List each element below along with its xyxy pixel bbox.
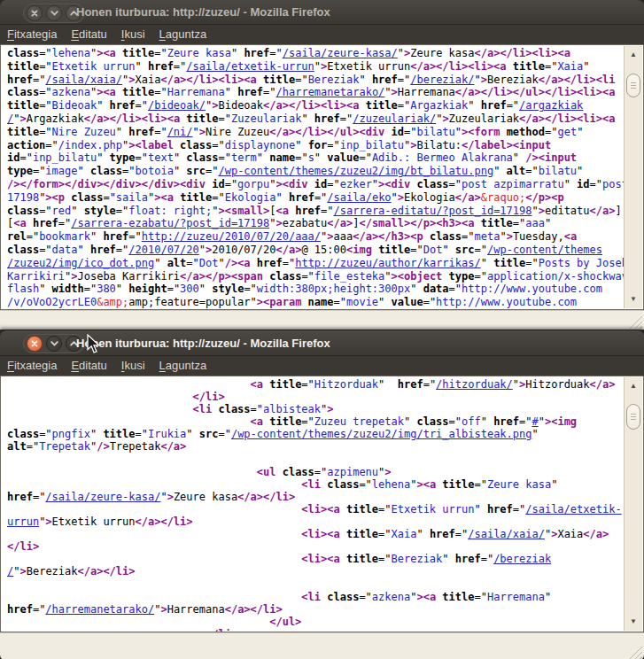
vertical-scrollbar[interactable]: ▲ ▼	[624, 377, 642, 631]
source-code-line: /v/oVoO2ycrLE0&amp;amp;feature=popular">…	[7, 296, 643, 309]
source-code-line: flash" width="380" height="300" style="w…	[7, 283, 643, 296]
source-code-line: class="pngfix" title="Irukia" src="/wp-c…	[7, 428, 643, 440]
scrollbar-thumb[interactable]	[626, 74, 640, 97]
menu-fitxategia[interactable]: Fitxategia	[0, 25, 64, 44]
source-code: class="lehena"><a title="Zeure kasa" hre…	[1, 45, 643, 309]
source-code-line: </li>	[7, 540, 643, 553]
source-code-line: title="Bideoak" href="/bideoak/">Bideoak…	[7, 99, 643, 112]
source-code-line: id="inp_bilatu" type="text" class="term"…	[7, 151, 643, 165]
source-code-line: href="/saila/zeure-kasa/">Zeure kasa</a>…	[7, 491, 643, 503]
menu-editatu[interactable]: Editatu	[64, 356, 113, 376]
status-bar	[0, 632, 644, 659]
source-code-line: <li><a title="Xaia" href="/saila/xaia/">…	[7, 528, 643, 540]
source-view: class="lehena"><a title="Zeure kasa" hre…	[0, 44, 644, 310]
menubar: FitxategiaEditatuIkusiLaguntza	[0, 356, 644, 376]
source-code-line: href="/harremanetarako/">Harremana</a></…	[7, 603, 643, 616]
mouse-cursor	[86, 334, 100, 355]
source-code-line: </ul>	[7, 616, 643, 628]
source-code-line: <li><a title="Bereziak" href="/bereziak	[7, 553, 643, 565]
close-icon	[31, 340, 38, 347]
source-code-line: /">Bereziak</a></li>	[7, 565, 643, 578]
source-code-line: alt="Trepetak"/>Trepetak</a>	[7, 440, 643, 453]
menu-editatu[interactable]: Editatu	[64, 25, 113, 44]
source-code-line: /">Argazkiak</a></li><li><a title="Zuzeu…	[7, 112, 643, 126]
source-code-line: href="/saila/xaia/">Xaia</a></li><li><a …	[7, 74, 643, 87]
resize-grip[interactable]	[629, 315, 642, 329]
window-view-source-top: Honen iturburua: http://zuzeu/ - Mozilla…	[0, 0, 644, 330]
source-code-line: <li><a title="Etxetik urrun" href="/sail…	[7, 503, 643, 516]
menu-laguntza[interactable]: Laguntza	[152, 25, 214, 44]
source-code: <a title="Hitzorduak" href="/hitzorduak/…	[1, 376, 643, 632]
source-code-line: </li>	[7, 391, 643, 403]
menubar: FitxategiaEditatuIkusiLaguntza	[0, 25, 644, 44]
menu-ikusi[interactable]: Ikusi	[114, 25, 152, 44]
source-code-line	[7, 578, 643, 591]
source-code-line: class="azkena"><a title="Harremana" href…	[7, 86, 643, 99]
menu-laguntza[interactable]: Laguntza	[152, 356, 214, 376]
scroll-down-icon[interactable]: ▼	[625, 294, 642, 305]
source-code-line: title="Nire Zuzeu" href="/ni/">Nire Zuze…	[7, 126, 643, 139]
source-code-line: class="data" href="/2010/07/20">2010/07/…	[7, 244, 643, 257]
source-code-line: 17198"><p class="saila"><a title="Ekolog…	[7, 191, 643, 205]
close-icon	[31, 10, 38, 17]
source-code-line: action="/index.php"><label class="displa…	[7, 139, 643, 152]
close-button[interactable]	[27, 336, 43, 352]
source-code-line: rel="bookmark" href="http://zuzeu/2010/0…	[7, 230, 643, 244]
resize-grip[interactable]	[629, 646, 642, 659]
source-code-line: <li class="albisteak">	[7, 403, 643, 415]
menu-ikusi[interactable]: Ikusi	[114, 356, 152, 376]
window-title: Honen iturburua: http://zuzeu/ - Mozilla…	[76, 0, 330, 24]
scroll-up-icon[interactable]: ▲	[625, 381, 642, 392]
source-code-line: /></form></div></div></div><div id="gorp…	[7, 178, 643, 191]
source-code-line: <ul class="azpimenu">	[7, 466, 643, 478]
source-code-line: [<a href="/sarrera-ezabatu/?post_id=1719…	[7, 217, 643, 230]
source-code-line: type="image" class="botoia" src="/wp-con…	[7, 165, 643, 178]
menu-fitxategia[interactable]: Fitxategia	[0, 356, 64, 376]
vertical-scrollbar[interactable]: ▲ ▼	[624, 46, 642, 308]
minimize-button[interactable]	[46, 336, 62, 352]
source-code-line: <a title="Hitzorduak" href="/hitzorduak/…	[7, 378, 643, 391]
source-code-line: </li>	[7, 628, 643, 632]
source-code-line	[7, 454, 643, 466]
window-title: Honen iturburua: http://zuzeu/ - Mozilla…	[76, 330, 330, 355]
scroll-down-icon[interactable]: ▼	[625, 616, 642, 627]
source-code-line: class="lehena"><a title="Zeure kasa" hre…	[7, 47, 643, 60]
status-bar	[0, 310, 644, 330]
window-view-source-bottom: Honen iturburua: http://zuzeu/ - Mozilla…	[0, 330, 644, 659]
source-code-line: /zuzeu2/img/ico_dot.png" alt="Dot"/><a h…	[7, 257, 643, 270]
source-code-line: title="Etxetik urrun" href="/saila/etxet…	[7, 60, 643, 74]
source-code-line: <a title="Zuzeu trepetak" class="off" hr…	[7, 415, 643, 428]
source-code-line: class="red" style="float: right;"><small…	[7, 205, 643, 218]
scroll-up-icon[interactable]: ▲	[625, 50, 642, 60]
minimize-icon	[50, 11, 58, 16]
source-code-line: <li class="lehena"><a title="Zeure kasa"	[7, 478, 643, 491]
titlebar[interactable]: Honen iturburua: http://zuzeu/ - Mozilla…	[0, 0, 644, 25]
close-button[interactable]	[27, 5, 43, 21]
source-code-line: <li class="azkena"><a title="Harremana"	[7, 591, 643, 603]
minimize-icon	[50, 341, 58, 346]
scrollbar-thumb[interactable]	[626, 404, 640, 430]
source-code-line: Karrikiri">Joseba Karrikiri</a></p><span…	[7, 270, 643, 283]
source-code-line: urrun">Etxetik urrun</a></li>	[7, 516, 643, 528]
source-view: <a title="Hitzorduak" href="/hitzorduak/…	[0, 376, 644, 632]
minimize-button[interactable]	[46, 5, 62, 21]
